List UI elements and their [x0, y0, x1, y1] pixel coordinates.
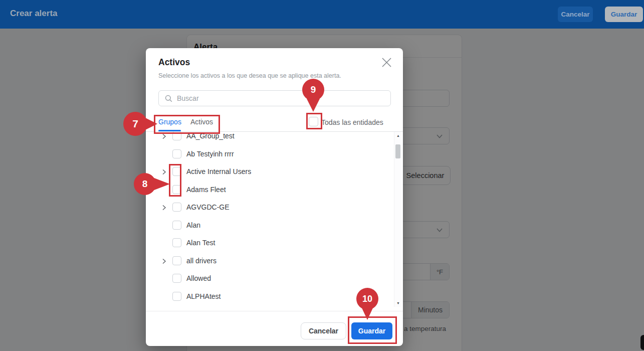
expand-chevron-icon[interactable]	[160, 258, 167, 265]
group-checkbox[interactable]	[172, 221, 181, 230]
header-save-button[interactable]: Guardar	[605, 7, 643, 22]
annotation-marker-10: 10	[356, 288, 378, 310]
group-label: ALPHAtest	[186, 292, 221, 300]
annotation-marker-7: 7	[123, 112, 147, 136]
todas-las-entidades-label: Todas las entidades	[321, 118, 383, 126]
group-checkbox[interactable]	[172, 256, 181, 265]
group-checkbox[interactable]	[172, 149, 181, 158]
close-icon[interactable]	[381, 57, 392, 68]
tree-row: ALPHAtest	[146, 288, 389, 306]
search-box	[158, 90, 391, 106]
annotation-box-tabs	[154, 115, 220, 134]
group-label: AGVGDC-GE	[186, 203, 230, 211]
modal-subtitle: Seleccione los activos a los que desea q…	[158, 72, 341, 79]
annotation-marker-8: 8	[134, 173, 156, 195]
tree-row: Allowed	[146, 270, 389, 288]
scroll-down-icon[interactable]: ▼	[394, 301, 402, 305]
tree-row: Adams Fleet	[146, 181, 389, 199]
annotation-marker-9: 9	[302, 79, 324, 101]
modal-cancel-button[interactable]: Cancelar	[301, 322, 346, 339]
tree-row: Active Internal Users	[146, 163, 389, 181]
modal-title: Activos	[158, 57, 190, 68]
group-label: Adams Fleet	[186, 186, 226, 194]
page-title: Crear alerta	[10, 9, 58, 19]
expand-chevron-icon[interactable]	[160, 168, 167, 176]
group-label: Ab Testyinh rrrr	[186, 150, 234, 158]
annotation-box-checkboxes	[169, 164, 181, 197]
group-checkbox[interactable]	[172, 238, 181, 247]
expand-chevron-icon[interactable]	[160, 133, 167, 140]
group-label: Alan Test	[186, 239, 215, 247]
tree-row: AGVGDC-GE	[146, 199, 389, 217]
annotation-box-select-all	[306, 113, 322, 129]
group-label: all drivers	[186, 257, 217, 265]
chat-widget[interactable]	[640, 335, 644, 350]
group-label: Allowed	[186, 274, 211, 282]
group-checkbox[interactable]	[172, 292, 181, 301]
tree-scrollbar[interactable]: ▲ ▼	[394, 132, 401, 307]
tree-row: all drivers	[146, 252, 389, 270]
groups-list: AA_Group_test Ab Testyinh rrrr Active In…	[146, 132, 389, 305]
annotation-box-save	[348, 316, 397, 344]
group-label: Active Internal Users	[186, 167, 251, 176]
search-input[interactable]	[177, 91, 382, 106]
group-checkbox[interactable]	[172, 203, 181, 212]
group-checkbox[interactable]	[172, 274, 181, 283]
expand-chevron-icon[interactable]	[160, 204, 167, 211]
scroll-up-icon[interactable]: ▲	[394, 134, 402, 137]
screen: Crear alerta Cancelar Guardar Alerta Sel…	[0, 0, 644, 351]
tree-row: Alan	[146, 217, 389, 235]
group-label: Alan	[186, 221, 200, 229]
tree-row: Ab Testyinh rrrr	[146, 145, 389, 163]
groups-tree: AA_Group_test Ab Testyinh rrrr Active In…	[146, 132, 389, 311]
top-bar: Crear alerta Cancelar Guardar	[0, 0, 644, 29]
header-cancel-button[interactable]: Cancelar	[558, 7, 593, 22]
scrollbar-thumb[interactable]	[395, 144, 400, 158]
search-icon	[165, 95, 172, 102]
tree-row: Alan Test	[146, 234, 389, 252]
